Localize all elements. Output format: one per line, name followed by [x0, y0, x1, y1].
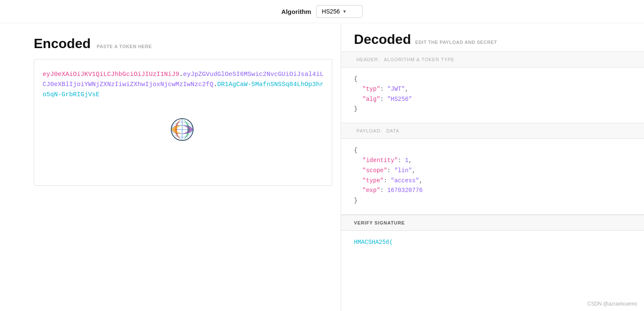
- decoded-subtitle: EDIT THE PAYLOAD AND SECRET: [415, 40, 497, 45]
- globe-icon: [170, 118, 196, 143]
- header-sublabel: ALGORITHM & TOKEN TYPE: [384, 57, 454, 62]
- encoded-panel: Encoded PASTE A TOKEN HERE eyJ0eXAiOiJKV…: [0, 23, 341, 311]
- watermark: CSDN @azraelxuemo: [587, 301, 637, 307]
- payload-section: PAYLOAD: DATA { "identity": 1, "scope": …: [341, 123, 644, 214]
- verify-func-name: HMACSHA256(: [354, 239, 393, 246]
- payload-scope-line: "scope": "lin",: [362, 166, 631, 176]
- encoded-token-box[interactable]: eyJ0eXAiOiJKV1QiLCJhbGciOiJIUzI1NiJ9.eyJ…: [34, 59, 332, 186]
- payload-section-body[interactable]: { "identity": 1, "scope": "lin", "type":…: [341, 139, 644, 214]
- encoded-title: Encoded PASTE A TOKEN HERE: [34, 36, 332, 51]
- algorithm-label: Algorithm: [281, 8, 311, 15]
- encoded-heading: Encoded: [34, 36, 91, 51]
- payload-section-label: PAYLOAD: DATA: [341, 123, 644, 139]
- payload-identity-line: "identity": 1,: [362, 156, 631, 166]
- verify-func-line: HMACSHA256(: [354, 238, 631, 248]
- encoded-subtitle: PASTE A TOKEN HERE: [97, 44, 152, 49]
- token-dot2: .: [213, 81, 217, 88]
- header-alg-line: "alg": "HS256": [362, 95, 631, 105]
- verify-section-label: VERIFY SIGNATURE: [341, 215, 644, 231]
- payload-type-line: "type": "access",: [362, 176, 631, 186]
- header-close-brace: }: [354, 104, 631, 114]
- header-section: HEADER: ALGORITHM & TOKEN TYPE { "typ": …: [341, 51, 644, 123]
- chevron-down-icon: ▾: [343, 8, 346, 14]
- verify-section-body[interactable]: HMACSHA256(: [341, 231, 644, 256]
- verify-label: VERIFY SIGNATURE: [354, 220, 405, 225]
- decoded-heading: Decoded: [354, 32, 411, 47]
- payload-exp-line: "exp": 1670320776: [362, 186, 631, 196]
- payload-close-brace: }: [354, 196, 631, 206]
- algorithm-select-input[interactable]: HS256 HS384 HS512 RS256 RS384 RS512: [322, 8, 340, 15]
- decoded-header: Decoded EDIT THE PAYLOAD AND SECRET: [341, 23, 644, 51]
- top-bar: Algorithm HS256 HS384 HS512 RS256 RS384 …: [0, 0, 644, 23]
- algorithm-dropdown[interactable]: HS256 HS384 HS512 RS256 RS384 RS512 ▾: [316, 5, 363, 18]
- payload-sublabel: DATA: [386, 128, 399, 133]
- header-typ-line: "typ": "JWT",: [362, 84, 631, 95]
- payload-open-brace: {: [354, 146, 631, 156]
- token-dot1: .: [179, 71, 183, 78]
- decoded-panel: Decoded EDIT THE PAYLOAD AND SECRET HEAD…: [341, 23, 644, 311]
- header-label: HEADER:: [356, 57, 380, 62]
- header-section-body[interactable]: { "typ": "JWT", "alg": "HS256" }: [341, 68, 644, 123]
- header-section-label: HEADER: ALGORITHM & TOKEN TYPE: [341, 52, 644, 68]
- payload-label: PAYLOAD:: [356, 128, 382, 133]
- header-open-brace: {: [354, 74, 631, 84]
- token-part1: eyJ0eXAiOiJKV1QiLCJhbGciOiJIUzI1NiJ9: [43, 71, 179, 78]
- verify-section: VERIFY SIGNATURE HMACSHA256(: [341, 214, 644, 256]
